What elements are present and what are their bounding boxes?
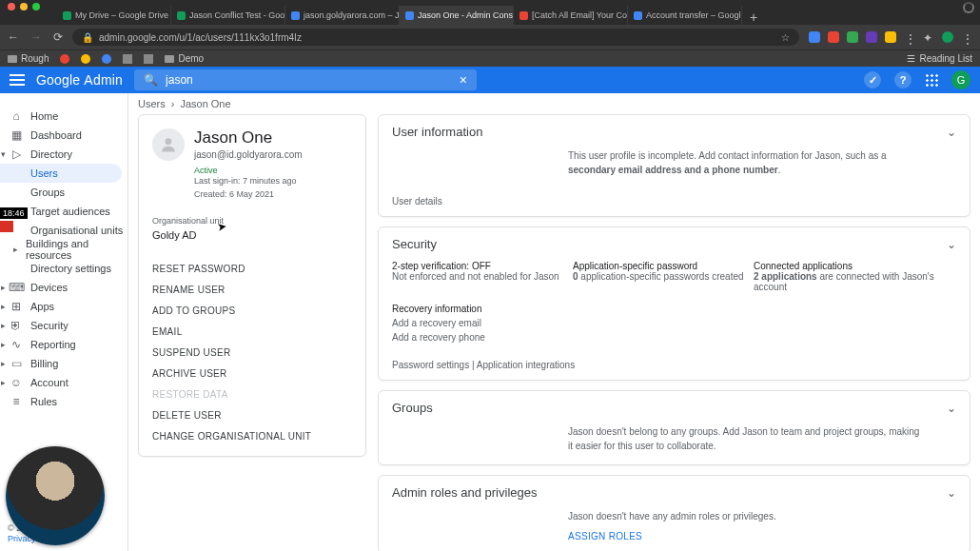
extension-icon[interactable] (847, 31, 858, 43)
user-card: Jason One jason@id.goldyarora.com Active… (138, 114, 366, 457)
panel-title: Groups (392, 401, 433, 415)
account-avatar[interactable]: G (951, 70, 970, 89)
extension-icon[interactable] (866, 31, 877, 43)
assign-roles-button[interactable]: ASSIGN ROLES (568, 531, 956, 541)
search-box[interactable]: 🔍 × (134, 69, 477, 90)
system-indicator-icon (963, 2, 974, 13)
action-add-to-groups[interactable]: ADD TO GROUPS (139, 300, 365, 321)
chrome-menu-icon[interactable]: ⋮ (961, 31, 972, 43)
chevron-right-icon[interactable]: ▸ (0, 321, 8, 330)
bookmark-item[interactable]: Rough (8, 53, 49, 64)
sidebar-item-billing[interactable]: ▸▭Billing (0, 354, 127, 373)
chevron-right-icon[interactable]: ▸ (0, 283, 8, 292)
action-label: RESTORE DATA (152, 389, 228, 400)
chevron-down-icon[interactable]: ⌄ (947, 486, 956, 500)
address-bar[interactable]: 🔒 admin.google.com/u/1/ac/users/111kx3o1… (72, 29, 799, 46)
sidebar-item-devices[interactable]: ▸⌨Devices (0, 278, 127, 297)
browser-tab[interactable]: Jason Conflict Test - Google× (171, 6, 285, 25)
help-status-icon[interactable]: ✓ (864, 71, 881, 89)
reload-button[interactable]: ⟳ (53, 30, 63, 44)
browser-tab[interactable]: [Catch All Email] Your Compa…× (514, 6, 628, 25)
forward-button[interactable]: → (30, 30, 42, 44)
panel-footer-link[interactable]: User details (379, 188, 970, 216)
sidebar-sub-directory-settings[interactable]: Directory settings (0, 259, 127, 278)
reading-list-button[interactable]: ☰Reading List (907, 53, 972, 64)
action-label: ARCHIVE USER (152, 368, 227, 379)
extensions-puzzle-icon[interactable]: ✦ (923, 31, 934, 43)
new-tab-button[interactable]: + (742, 10, 765, 25)
action-delete-user[interactable]: DELETE USER (139, 404, 365, 425)
panel-header[interactable]: User information⌄ (379, 115, 970, 148)
sidebar-item-directory[interactable]: ▾▷Directory (0, 145, 127, 164)
sidebar-item-account[interactable]: ▸☺Account (0, 373, 127, 392)
add-recovery-phone[interactable]: Add a recovery phone (392, 330, 956, 344)
panel-groups: Groups⌄ Jason doesn't belong to any grou… (378, 390, 970, 465)
roles-description: Jason doesn't have any admin roles or pr… (568, 509, 920, 523)
extension-icon[interactable] (809, 31, 820, 43)
sidebar-item-rules[interactable]: ≡Rules (0, 392, 127, 411)
security-footer-links[interactable]: Password settings | Application integrat… (379, 354, 970, 380)
bookmark-icon[interactable] (144, 54, 153, 64)
panel-header[interactable]: Admin roles and privileges⌄ (379, 476, 970, 509)
sidebar-label: Account (30, 377, 69, 388)
action-suspend-user[interactable]: SUSPEND USER (139, 342, 365, 363)
browser-toolbar: ← → ⟳ 🔒 admin.google.com/u/1/ac/users/11… (0, 25, 980, 49)
help-icon[interactable]: ? (894, 71, 911, 89)
breadcrumb: Users › Jason One (138, 93, 980, 114)
clear-search-icon[interactable]: × (460, 72, 467, 88)
org-unit-value[interactable]: Goldy AD (139, 229, 365, 250)
sec-conn-value: 2 applications are connected with Jason'… (754, 271, 956, 292)
bookmark-icon[interactable] (81, 54, 90, 64)
apps-grid-icon[interactable] (925, 73, 938, 87)
add-recovery-email[interactable]: Add a recovery email (392, 316, 956, 330)
chevron-down-icon[interactable]: ⌄ (947, 126, 956, 139)
bookmark-item[interactable]: Demo (165, 53, 204, 64)
chevron-down-icon[interactable]: ▾ (0, 149, 8, 159)
sidebar-sub-users[interactable]: Users (0, 164, 122, 183)
search-input[interactable] (166, 73, 452, 87)
sidebar-item-apps[interactable]: ▸⊞Apps (0, 297, 127, 316)
browser-tab-active[interactable]: Jason One - Admin Console× (400, 6, 514, 25)
browser-tab[interactable]: Account transfer – Google W…× (628, 6, 742, 25)
action-email[interactable]: EMAIL (139, 321, 365, 342)
panel-header[interactable]: Groups⌄ (379, 391, 970, 424)
extensions-menu-icon[interactable]: ⋮ (904, 31, 915, 43)
bookmark-icon[interactable] (102, 54, 111, 64)
close-window-icon[interactable] (8, 3, 15, 10)
action-change-org-unit[interactable]: CHANGE ORGANISATIONAL UNIT (139, 425, 365, 446)
sidebar-label: Organisational units (30, 225, 123, 236)
sidebar-item-dashboard[interactable]: ▦Dashboard (0, 126, 127, 145)
menu-icon[interactable] (10, 74, 25, 86)
chevron-right-icon[interactable]: ▸ (0, 378, 8, 387)
minimize-window-icon[interactable] (20, 3, 28, 10)
bookmark-icon[interactable] (123, 54, 132, 64)
sidebar-item-home[interactable]: ⌂Home (0, 107, 127, 126)
extension-icon[interactable] (885, 31, 896, 43)
profile-icon[interactable] (942, 31, 953, 43)
browser-tab[interactable]: My Drive – Google Drive× (57, 6, 171, 25)
chevron-down-icon[interactable]: ⌄ (947, 238, 956, 251)
panel-header[interactable]: Security⌄ (379, 227, 970, 261)
panel-title: User information (392, 125, 482, 139)
sidebar-sub-buildings[interactable]: ▸Buildings and resources (0, 240, 127, 259)
chevron-right-icon[interactable]: ▸ (0, 302, 8, 311)
browser-tab[interactable]: jason.goldyarora.com – Just a× (285, 6, 400, 25)
action-rename-user[interactable]: RENAME USER (139, 279, 365, 300)
back-button[interactable]: ← (8, 30, 19, 44)
sidebar-label: Directory (30, 148, 72, 160)
bookmark-icon[interactable] (60, 54, 69, 64)
action-archive-user[interactable]: ARCHIVE USER (139, 363, 365, 384)
chevron-right-icon[interactable]: ▸ (0, 359, 8, 368)
extension-icon[interactable] (828, 31, 839, 43)
breadcrumb-link[interactable]: Users (138, 98, 166, 109)
sidebar-item-reporting[interactable]: ▸∿Reporting (0, 335, 127, 354)
sidebar-sub-groups[interactable]: Groups (0, 183, 127, 202)
chevron-down-icon[interactable]: ⌄ (947, 402, 956, 415)
chevron-right-icon[interactable]: ▸ (0, 340, 8, 349)
fullscreen-window-icon[interactable] (32, 3, 40, 10)
logo[interactable]: Google Admin (36, 72, 123, 88)
sidebar-item-security[interactable]: ▸⛨Security (0, 316, 127, 335)
star-icon[interactable]: ☆ (781, 32, 790, 43)
action-reset-password[interactable]: RESET PASSWORD (139, 258, 365, 279)
folder-icon (8, 55, 17, 63)
